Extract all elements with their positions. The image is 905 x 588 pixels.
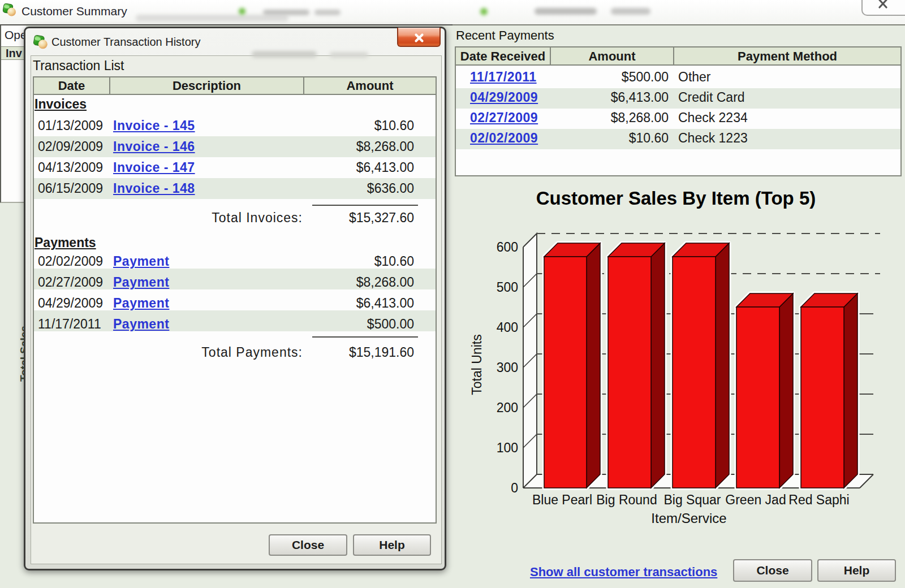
svg-text:100: 100 xyxy=(497,440,518,455)
svg-text:400: 400 xyxy=(497,320,518,335)
svg-text:Blue Pearl: Blue Pearl xyxy=(532,492,592,507)
svg-text:500: 500 xyxy=(497,280,518,295)
svg-text:Red Saphi: Red Saphi xyxy=(788,492,849,507)
svg-text:600: 600 xyxy=(497,240,518,254)
svg-text:Big Round: Big Round xyxy=(596,492,657,507)
svg-text:0: 0 xyxy=(511,481,518,495)
svg-text:Item/Service: Item/Service xyxy=(651,511,726,526)
svg-text:200: 200 xyxy=(497,400,518,415)
svg-text:Big Squar: Big Squar xyxy=(663,492,721,507)
svg-text:Total Units: Total Units xyxy=(469,334,484,395)
svg-text:Green Jad: Green Jad xyxy=(725,492,786,507)
svg-text:300: 300 xyxy=(497,360,518,375)
